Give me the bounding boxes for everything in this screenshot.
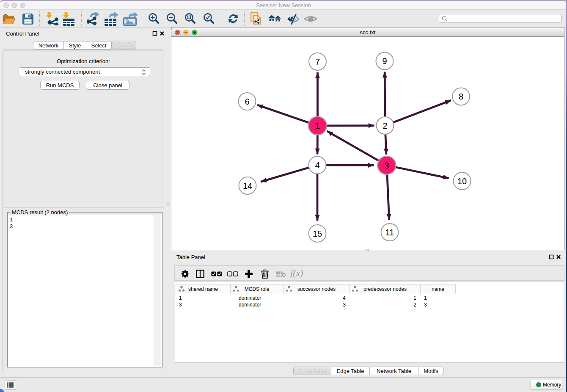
svg-text:14: 14 bbox=[243, 181, 252, 190]
svg-text:4: 4 bbox=[315, 160, 319, 170]
svg-text:7: 7 bbox=[315, 57, 320, 66]
svg-text:2: 2 bbox=[383, 121, 387, 130]
svg-text:10: 10 bbox=[457, 177, 467, 186]
svg-text:11: 11 bbox=[385, 228, 394, 237]
svg-text:6: 6 bbox=[245, 97, 249, 106]
svg-text:8: 8 bbox=[459, 92, 463, 101]
svg-text:9: 9 bbox=[382, 56, 387, 66]
svg-text:1: 1 bbox=[315, 121, 320, 130]
svg-text:15: 15 bbox=[313, 229, 322, 238]
svg-text:3: 3 bbox=[384, 161, 389, 170]
